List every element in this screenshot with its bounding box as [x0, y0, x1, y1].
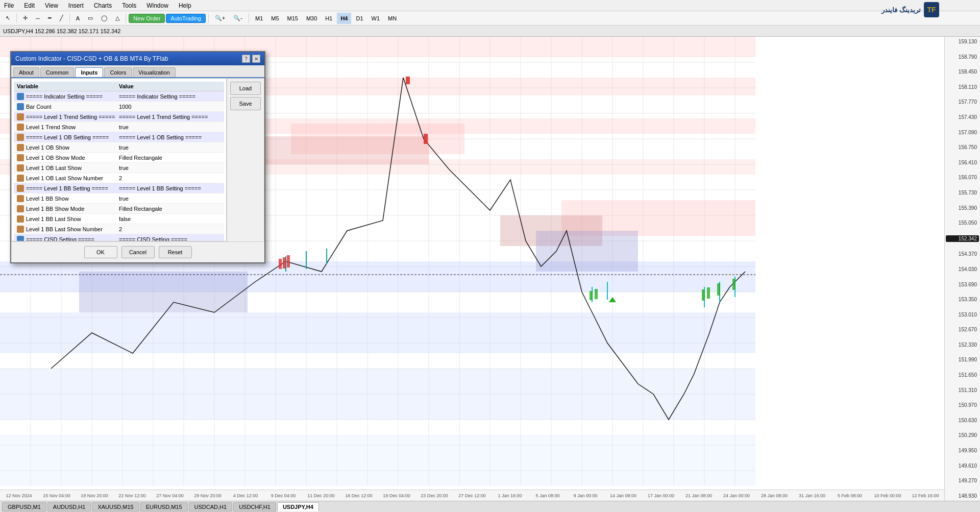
cell-var-7: Level 1 OB Last Show: [17, 164, 119, 172]
time-9: 16 Dec 12:00: [340, 493, 378, 498]
price-label-21: 151.990: [946, 357, 979, 362]
toolbar-trendline[interactable]: ╱: [56, 13, 67, 24]
menu-help[interactable]: Help: [177, 1, 193, 10]
cell-var-text-9: ===== Level 1 BB Setting =====: [26, 185, 108, 191]
tab-audusd-h1[interactable]: AUDUSD,H1: [47, 502, 91, 511]
toolbar-hline[interactable]: ━: [44, 13, 55, 24]
tab-xauusd-m15[interactable]: XAUUSD,M15: [92, 502, 139, 511]
cell-val-4: ===== Level 1 OB Setting =====: [119, 134, 221, 140]
load-button[interactable]: Load: [230, 82, 261, 95]
tb-zoom-in[interactable]: 🔍+: [211, 13, 229, 24]
price-label-22: 151.650: [946, 372, 979, 378]
cell-var-12: Level 1 BB Last Show: [17, 215, 119, 223]
menu-insert[interactable]: Insert: [66, 1, 86, 10]
cell-var-text-11: Level 1 BB Show Mode: [26, 206, 84, 212]
sep3: [126, 14, 126, 23]
row-icon-14: [17, 236, 24, 242]
time-15: 9 Jan 00:00: [567, 493, 604, 498]
menu-file[interactable]: File: [2, 1, 16, 10]
tab-usdjpy-h4[interactable]: USDJPY,H4: [277, 502, 319, 511]
table-row: Level 1 OB Show Mode Filled Rectangale: [14, 153, 224, 163]
cell-var-5: Level 1 OB Show: [17, 144, 119, 151]
table-row: ===== CISD Setting ===== ===== CISD Sett…: [14, 234, 224, 241]
tab-usdchf-h1[interactable]: USDCHF,H1: [233, 502, 276, 511]
tf-m15[interactable]: M15: [284, 13, 302, 24]
time-8: 11 Dec 20:00: [302, 493, 340, 498]
bottom-tabs: GBPUSD,M1 AUDUSD,H1 XAUUSD,M15 EURUSD,M1…: [0, 501, 980, 512]
svg-rect-66: [287, 255, 290, 267]
dialog-help-button[interactable]: ?: [242, 55, 250, 63]
cell-var-14: ===== CISD Setting =====: [17, 236, 119, 242]
tf-h4[interactable]: H4: [337, 13, 351, 24]
svg-rect-50: [0, 369, 755, 420]
price-label-10: 155.730: [946, 190, 979, 196]
cell-var-3: Level 1 Trend Show: [17, 124, 119, 131]
svg-rect-49: [0, 312, 755, 353]
cell-var-text-6: Level 1 OB Show Mode: [26, 155, 85, 161]
time-0: 12 Nov 2024: [0, 493, 38, 498]
tf-w1[interactable]: W1: [368, 13, 384, 24]
dialog-close-button[interactable]: ✕: [252, 55, 260, 63]
menu-edit[interactable]: Edit: [22, 1, 37, 10]
menu-window[interactable]: Window: [144, 1, 170, 10]
tab-gbpusd-m1[interactable]: GBPUSD,M1: [2, 502, 46, 511]
save-button[interactable]: Save: [230, 97, 261, 110]
cell-var-text-7: Level 1 OB Last Show: [26, 165, 82, 171]
time-6: 4 Dec 12:00: [227, 493, 264, 498]
new-order-button[interactable]: New Order: [129, 14, 165, 23]
symbol-bar: USDJPY,H4 152.286 152.382 152.171 152.34…: [0, 26, 980, 37]
price-label-29: 149.270: [946, 478, 979, 483]
tf-d1[interactable]: D1: [352, 13, 366, 24]
price-label-7: 156.750: [946, 144, 979, 150]
toolbar-arrow[interactable]: ↖: [2, 13, 14, 24]
toolbar-ellipse[interactable]: ◯: [97, 13, 111, 24]
svg-rect-52: [240, 136, 429, 164]
price-label-11: 155.390: [946, 205, 979, 211]
reset-button[interactable]: Reset: [159, 246, 192, 258]
time-24: 12 Feb 16:00: [906, 493, 944, 498]
menu-charts[interactable]: Charts: [92, 1, 114, 10]
tab-usdcad-h1[interactable]: USDCAD,H1: [189, 502, 233, 511]
svg-rect-69: [590, 291, 593, 300]
ok-button[interactable]: OK: [84, 246, 117, 258]
price-axis: 159.130 158.790 158.450 158.110 157.770 …: [944, 37, 980, 501]
price-label-27: 149.950: [946, 448, 979, 453]
menu-view[interactable]: View: [43, 1, 60, 10]
toolbar-crosshair[interactable]: ✛: [19, 13, 31, 24]
tf-h1[interactable]: H1: [322, 13, 336, 24]
tab-eurusd-m15[interactable]: EURUSD,M15: [140, 502, 188, 511]
table-row: Level 1 BB Last Show Number 2: [14, 224, 224, 234]
tf-m30[interactable]: M30: [303, 13, 321, 24]
toolbar: ↖ ✛ ─ ━ ╱ A ▭ ◯ △ New Order AutoTrading …: [0, 11, 980, 26]
price-label-9: 156.070: [946, 175, 979, 180]
menu-bar: File Edit View Insert Charts Tools Windo…: [0, 0, 980, 11]
cancel-button[interactable]: Cancel: [121, 246, 155, 258]
tf-m5[interactable]: M5: [267, 13, 282, 24]
cell-val-0: ===== Indicator Setting =====: [119, 93, 221, 100]
time-21: 31 Jan 16:00: [793, 493, 831, 498]
cell-val-9: ===== Level 1 BB Setting =====: [119, 185, 221, 191]
tab-visualization[interactable]: Visualization: [133, 67, 176, 77]
time-22: 5 Feb 08:00: [831, 493, 869, 498]
menu-tools[interactable]: Tools: [120, 1, 138, 10]
row-icon-2: [17, 113, 24, 120]
tab-colors[interactable]: Colors: [104, 67, 132, 77]
tab-inputs[interactable]: Inputs: [75, 67, 103, 77]
toolbar-triangle[interactable]: △: [112, 13, 123, 24]
row-icon-8: [17, 175, 24, 182]
tf-mn[interactable]: MN: [384, 13, 400, 24]
price-label-6: 157.090: [946, 130, 979, 135]
cell-var-text-5: Level 1 OB Show: [26, 144, 69, 151]
tab-about[interactable]: About: [13, 67, 39, 77]
toolbar-text[interactable]: A: [72, 13, 83, 24]
autotrading-button[interactable]: AutoTrading: [166, 14, 206, 23]
toolbar-line[interactable]: ─: [32, 13, 43, 24]
tf-m1[interactable]: M1: [252, 13, 266, 24]
table-row: Level 1 BB Last Show false: [14, 214, 224, 224]
tb-zoom-out[interactable]: 🔍-: [230, 13, 246, 24]
toolbar-rect[interactable]: ▭: [84, 13, 96, 24]
cell-var-6: Level 1 OB Show Mode: [17, 154, 119, 161]
price-label-8: 156.410: [946, 160, 979, 165]
tab-common[interactable]: Common: [40, 67, 75, 77]
svg-rect-73: [717, 283, 720, 296]
